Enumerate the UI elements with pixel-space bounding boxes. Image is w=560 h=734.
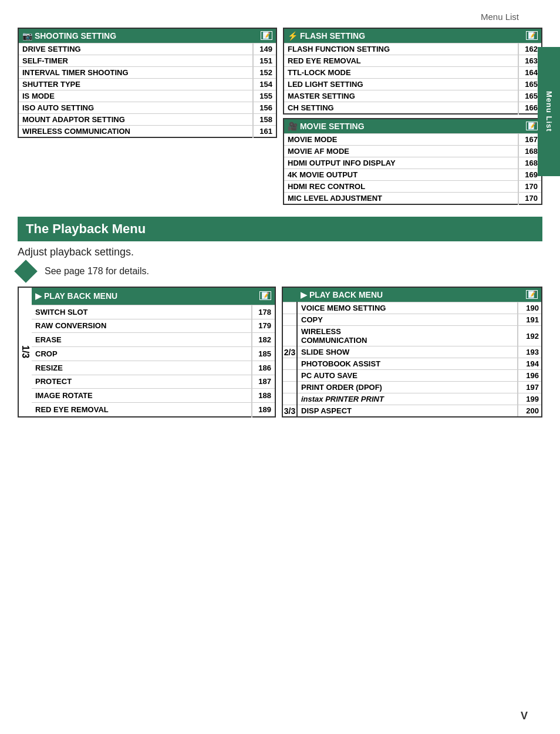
playback-right-table: ▶ PLAY BACK MENU 📝 VOICE MEMO SETTING 19… [283, 288, 541, 416]
row-page: 186 [252, 361, 275, 375]
row-page: 192 [518, 326, 541, 346]
row-label: RED EYE REMOVAL [32, 403, 252, 417]
page-number: V [521, 710, 528, 722]
playback-right-fraction-header [283, 288, 297, 302]
shooting-header-row: 📷 SHOOTING SETTING 📝 [18, 28, 276, 43]
table-row: SELF-TIMER 151 [18, 55, 276, 67]
menu-list-label: Menu List [18, 12, 542, 22]
row-page: 187 [252, 375, 275, 389]
playback-see-text: See page 178 for details. [45, 266, 149, 277]
shooting-book-icon: 📝 [261, 31, 272, 40]
playback-left-header-cell: ▶ PLAY BACK MENU 📝 [32, 287, 275, 305]
table-row: MOUNT ADAPTOR SETTING 158 [18, 114, 276, 126]
table-row: ISO AUTO SETTING 156 [18, 102, 276, 114]
row-label: HDMI OUTPUT INFO DISPLAY [284, 157, 518, 169]
row-page: 170 [518, 193, 542, 205]
row-label: PHOTOBOOK ASSIST [297, 358, 518, 370]
table-row: WIRELESSCOMMUNICATION 192 [283, 326, 541, 346]
row-label: HDMI REC CONTROL [284, 181, 518, 193]
row-label: CROP [32, 347, 252, 361]
table-row: HDMI REC CONTROL 170 [284, 181, 542, 193]
row-label: WIRELESSCOMMUNICATION [297, 326, 518, 346]
row-label: LED LIGHT SETTING [284, 79, 518, 90]
table-row: RESIZE 186 [32, 361, 275, 375]
playback-right-header-cell: ▶ PLAY BACK MENU 📝 [297, 288, 541, 302]
fraction-left-label: 1/3 [20, 345, 31, 358]
playback-left-table: ▶ PLAY BACK MENU 📝 SWITCH SLOT 178 RAW C… [32, 287, 276, 417]
movie-header-cell: 🎥 MOVIE SETTING 📝 [284, 119, 542, 134]
table-row: VOICE MEMO SETTING 190 [283, 302, 541, 314]
row-page: 200 [518, 405, 541, 417]
top-section: 📷 SHOOTING SETTING 📝 DRIVE SETTING 149 S… [18, 28, 542, 205]
table-row: CH SETTING 166 [284, 102, 542, 115]
playback-right-header: ▶ PLAY BACK MENU 📝 [283, 288, 541, 302]
table-row: TTL-LOCK MODE 164 [284, 67, 542, 79]
row-page: 185 [252, 347, 275, 361]
row-label: PROTECT [32, 375, 252, 389]
playback-see-page: See page 178 for details. [18, 263, 542, 280]
row-label: SELF-TIMER [18, 55, 253, 67]
playback-diamond-icon [14, 260, 38, 283]
flash-header-row: ⚡ FLASH SETTING 📝 [284, 28, 542, 43]
playback-right-title: PLAY BACK MENU [309, 290, 383, 299]
table-row: 4K MOVIE OUTPUT 169 [284, 169, 542, 181]
row-label: PC AUTO SAVE [297, 370, 518, 382]
flash-title: FLASH SETTING [300, 31, 365, 41]
playback-left-icon: ▶ [35, 291, 42, 301]
row-page: 151 [253, 55, 276, 67]
frac-col [283, 302, 297, 314]
row-page: 191 [518, 314, 541, 326]
frac-col-23: 2/3 [283, 346, 297, 358]
row-label: SLIDE SHOW [297, 346, 518, 358]
row-label: INTERVAL TIMER SHOOTING [18, 67, 253, 79]
playback-left-title: PLAY BACK MENU [44, 291, 117, 301]
table-row: RAW CONVERSION 179 [32, 319, 275, 333]
row-page: 190 [518, 302, 541, 314]
playback-left-book-icon: 📝 [259, 291, 271, 300]
frac-col [283, 314, 297, 326]
row-page: 149 [253, 43, 276, 55]
row-label: CH SETTING [284, 102, 518, 115]
movie-header-row: 🎥 MOVIE SETTING 📝 [284, 119, 542, 134]
shooting-setting-table: 📷 SHOOTING SETTING 📝 DRIVE SETTING 149 S… [18, 28, 277, 205]
row-label: IS MODE [18, 90, 253, 102]
frac-col [283, 326, 297, 346]
flash-setting-table: ⚡ FLASH SETTING 📝 FLASH FUNCTION SETTING… [283, 28, 542, 115]
table-row: RED EYE REMOVAL 189 [32, 403, 275, 417]
row-label: DISP ASPECT [297, 405, 518, 417]
flash-book-icon: 📝 [526, 31, 538, 40]
table-row: ERASE 182 [32, 333, 275, 347]
frac-col [283, 393, 297, 405]
table-row: SWITCH SLOT 178 [32, 305, 275, 319]
table-row: IMAGE ROTATE 188 [32, 389, 275, 403]
frac-col-33: 3/3 [283, 405, 297, 417]
table-row: MOVIE MODE 167 [284, 134, 542, 146]
table-row: LED LIGHT SETTING 165 [284, 79, 542, 90]
playback-left-table-wrap: 1/3 ▶ PLAY BACK MENU 📝 SWITCH SLOT 178 R… [18, 287, 276, 417]
table-row: SHUTTER TYPE 154 [18, 79, 276, 90]
movie-setting-table: 🎥 MOVIE SETTING 📝 MOVIE MODE 167 MOVIE A… [283, 118, 542, 205]
row-label: MOUNT ADAPTOR SETTING [18, 114, 253, 126]
playback-heading-box: The Playback Menu [18, 217, 542, 241]
row-page: 196 [518, 370, 541, 382]
table-row: HDMI OUTPUT INFO DISPLAY 168 [284, 157, 542, 169]
table-row: IS MODE 155 [18, 90, 276, 102]
movie-title: MOVIE SETTING [300, 122, 365, 131]
table-row: MASTER SETTING 165 [284, 90, 542, 102]
table-row: RED EYE REMOVAL 163 [284, 55, 542, 67]
table-row: DRIVE SETTING 149 [18, 43, 276, 55]
row-page: 161 [253, 126, 276, 138]
table-row: INTERVAL TIMER SHOOTING 152 [18, 67, 276, 79]
row-label: VOICE MEMO SETTING [297, 302, 518, 314]
playback-left-header: ▶ PLAY BACK MENU 📝 [32, 287, 275, 305]
frac-col [283, 370, 297, 382]
row-page: 188 [252, 389, 275, 403]
row-label: ISO AUTO SETTING [18, 102, 253, 114]
row-page: 182 [252, 333, 275, 347]
row-label: MASTER SETTING [284, 90, 518, 102]
row-label: TTL-LOCK MODE [284, 67, 518, 79]
playback-description: Adjust playback settings. [18, 246, 542, 258]
row-label: COPY [297, 314, 518, 326]
row-label: ERASE [32, 333, 252, 347]
row-label: WIRELESS COMMUNICATION [18, 126, 253, 138]
